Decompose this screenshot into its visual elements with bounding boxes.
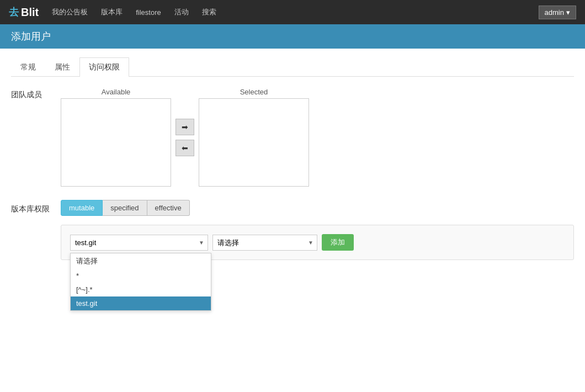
tabs: 常规 属性 访问权限 — [11, 57, 574, 77]
transfer-buttons: ➡ ⬅ — [176, 119, 194, 156]
action-select[interactable]: 请选择 — [212, 235, 317, 251]
move-left-icon: ⬅ — [182, 144, 188, 152]
tab-access[interactable]: 访问权限 — [79, 57, 129, 77]
main-content: 常规 属性 访问权限 团队成员 Available ➡ ⬅ — [0, 49, 585, 392]
tab-general[interactable]: 常规 — [11, 57, 45, 77]
dropdown-item-regex[interactable]: [^~].* — [71, 283, 211, 296]
team-members-section: 团队成员 Available ➡ ⬅ Selected — [11, 88, 574, 187]
available-list-wrapper: Available — [61, 88, 171, 187]
add-button[interactable]: 添加 — [322, 234, 354, 251]
move-right-button[interactable]: ➡ — [176, 119, 194, 135]
dropdown-item-testgit[interactable]: test.git — [71, 296, 211, 310]
nav-filestore[interactable]: filestore — [136, 8, 161, 17]
selected-list[interactable] — [199, 98, 309, 187]
tab-properties[interactable]: 属性 — [45, 57, 79, 77]
move-right-icon: ➡ — [182, 123, 188, 131]
team-members-content: Available ➡ ⬅ Selected — [61, 88, 574, 187]
version-perms-content: mutable specified effective 请选择 * [^~].*… — [61, 200, 574, 260]
available-list[interactable] — [61, 98, 171, 187]
nav-my-board[interactable]: 我的公告板 — [52, 7, 88, 17]
selected-label: Selected — [240, 88, 268, 96]
repo-select[interactable]: 请选择 * [^~].* test.git — [70, 235, 208, 251]
transfer-widget: Available ➡ ⬅ Selected — [61, 88, 574, 187]
admin-label: admin — [545, 8, 564, 17]
available-label: Available — [102, 88, 131, 96]
version-perms-label: 版本库权限 — [11, 200, 61, 214]
admin-dropdown-icon: ▾ — [566, 8, 570, 17]
move-left-button[interactable]: ⬅ — [176, 140, 194, 156]
repo-dropdown[interactable]: 请选择 * [^~].* test.git — [70, 253, 211, 311]
btn-specified[interactable]: specified — [103, 200, 147, 216]
perms-table-wrapper: 请选择 * [^~].* test.git 请选择 添加 — [61, 225, 574, 260]
btn-effective[interactable]: effective — [147, 200, 190, 216]
admin-button[interactable]: admin ▾ — [539, 6, 576, 19]
brand-icon: 去 — [9, 6, 19, 19]
team-members-label: 团队成员 — [11, 88, 61, 100]
dropdown-item-all[interactable]: * — [71, 269, 211, 283]
nav-search[interactable]: 搜索 — [202, 7, 216, 17]
perms-btn-group: mutable specified effective — [61, 200, 574, 216]
navbar-right: admin ▾ — [539, 6, 576, 19]
navbar: 去 Blit 我的公告板 版本库 filestore 活动 搜索 admin ▾ — [0, 0, 585, 24]
btn-mutable[interactable]: mutable — [61, 200, 103, 216]
version-perms-section: 版本库权限 mutable specified effective 请选择 * … — [11, 200, 574, 260]
dropdown-item-placeholder[interactable]: 请选择 — [71, 253, 211, 269]
brand: 去 Blit — [9, 6, 39, 19]
nav-activity[interactable]: 活动 — [174, 7, 189, 17]
selected-list-wrapper: Selected — [199, 88, 309, 187]
brand-name: Blit — [21, 6, 39, 19]
nav-repos[interactable]: 版本库 — [101, 7, 123, 17]
action-select-wrapper: 请选择 — [212, 235, 317, 251]
repo-select-wrapper: 请选择 * [^~].* test.git — [70, 235, 208, 251]
page-title: 添加用户 — [0, 24, 585, 49]
perms-row: 请选择 * [^~].* test.git 请选择 添加 — [70, 234, 565, 251]
